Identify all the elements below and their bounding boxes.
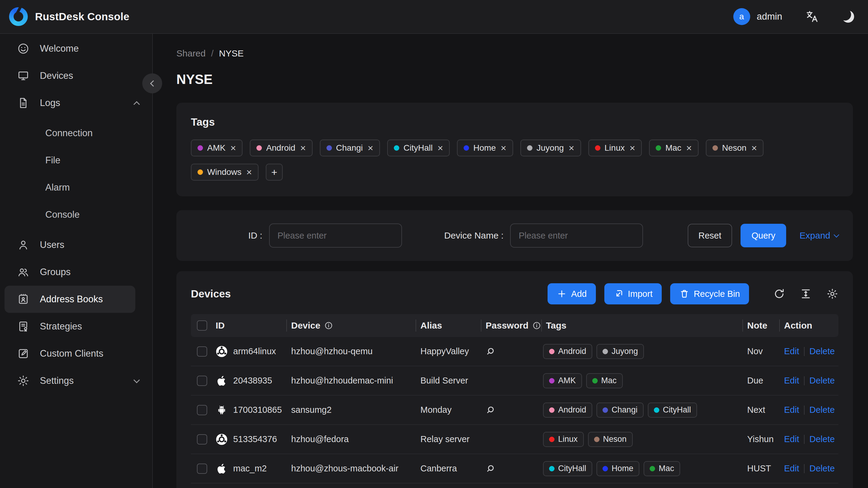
device-alias: Canberra	[415, 463, 481, 474]
delete-link[interactable]: Delete	[809, 434, 835, 444]
remove-tag-icon[interactable]: ×	[686, 143, 692, 153]
sidebar-collapse-button[interactable]	[142, 73, 162, 93]
tag-chip-juyong[interactable]: Juyong ×	[520, 140, 581, 156]
chevron-down-icon	[834, 232, 839, 237]
apple-os-icon	[216, 375, 228, 387]
select-all-checkbox[interactable]	[197, 321, 207, 331]
remove-tag-icon[interactable]: ×	[230, 143, 236, 153]
info-icon[interactable]	[324, 321, 333, 330]
remove-tag-icon[interactable]: ×	[751, 143, 757, 153]
tag-color-dot	[712, 145, 718, 151]
row-checkbox[interactable]	[197, 434, 207, 445]
sidebar-item-logs[interactable]: Logs	[0, 89, 152, 117]
sidebar-item-groups[interactable]: Groups	[0, 258, 152, 286]
reset-button[interactable]: Reset	[688, 224, 733, 247]
rustdesk-console-app: RustDesk Console a admin	[0, 0, 868, 488]
gear-icon	[17, 374, 30, 387]
user-name[interactable]: admin	[757, 11, 782, 22]
tag-chip-windows[interactable]: Windows ×	[191, 164, 258, 181]
table-row: arm64linux hzhou@hzhou-qemu HappyValley …	[191, 337, 838, 366]
sidebar-item-label: Address Books	[40, 294, 103, 305]
tag-chip-neson[interactable]: Neson ×	[706, 140, 764, 156]
view-password-icon[interactable]	[486, 346, 497, 357]
view-password-icon[interactable]	[486, 405, 497, 416]
row-tag-chip: Mac	[644, 461, 680, 476]
sidebar-item-file[interactable]: File	[0, 147, 152, 174]
table-row: 1700310865 sansumg2 Monday Android	[191, 396, 838, 425]
tag-color-dot	[656, 145, 661, 151]
edit-link[interactable]: Edit	[784, 463, 799, 474]
language-translate-icon[interactable]	[805, 10, 819, 24]
linux-os-icon	[216, 345, 228, 358]
remove-tag-icon[interactable]: ×	[569, 143, 575, 153]
device-name: hzhou@zhous-macbook-air	[286, 463, 415, 474]
row-height-icon[interactable]	[800, 288, 812, 300]
row-checkbox[interactable]	[197, 346, 207, 357]
sidebar-item-address-books[interactable]: Address Books	[4, 286, 135, 313]
breadcrumb-parent[interactable]: Shared	[176, 48, 206, 59]
delete-link[interactable]: Delete	[809, 376, 835, 386]
remove-tag-icon[interactable]: ×	[246, 167, 252, 177]
device-note: Nov	[742, 346, 779, 356]
row-checkbox[interactable]	[197, 376, 207, 386]
tag-chip-amk[interactable]: AMK ×	[191, 140, 243, 156]
device-note: Next	[742, 405, 779, 415]
row-tag-chip: Neson	[588, 432, 633, 447]
edit-link[interactable]: Edit	[784, 405, 799, 415]
delete-link[interactable]: Delete	[809, 346, 835, 356]
remove-tag-icon[interactable]: ×	[368, 143, 373, 153]
add-tag-button[interactable]: +	[266, 164, 283, 181]
import-button[interactable]: Import	[604, 283, 662, 304]
breadcrumb-current: NYSE	[219, 48, 244, 59]
row-checkbox[interactable]	[197, 405, 207, 415]
sidebar-item-connection[interactable]: Connection	[0, 120, 152, 147]
sidebar-item-label: Welcome	[40, 43, 79, 54]
tag-color-dot	[464, 145, 469, 151]
sidebar-item-alarm[interactable]: Alarm	[0, 174, 152, 201]
main-content: Shared / NYSE NYSE Tags AMK × Android ×	[153, 34, 868, 488]
sidebar-item-custom-clients[interactable]: Custom Clients	[0, 340, 152, 367]
device-alias: Relay server	[415, 434, 481, 444]
device-name-filter-input[interactable]	[510, 223, 643, 248]
expand-link[interactable]: Expand	[800, 231, 838, 241]
sidebar-item-settings[interactable]: Settings	[0, 367, 152, 394]
tag-chip-linux[interactable]: Linux ×	[588, 140, 642, 156]
remove-tag-icon[interactable]: ×	[629, 143, 635, 153]
table-settings-gear-icon[interactable]	[826, 288, 838, 300]
tag-chip-changi[interactable]: Changi ×	[320, 140, 380, 156]
recycle-bin-button[interactable]: Recycle Bin	[670, 283, 749, 304]
sidebar-item-users[interactable]: Users	[0, 231, 152, 258]
remove-tag-icon[interactable]: ×	[300, 143, 306, 153]
row-checkbox[interactable]	[197, 463, 207, 474]
tag-chip-mac[interactable]: Mac ×	[649, 140, 699, 156]
tag-chip-android[interactable]: Android ×	[250, 140, 312, 156]
remove-tag-icon[interactable]: ×	[501, 143, 506, 153]
row-tag-chip: AMK	[543, 373, 582, 388]
tag-chip-home[interactable]: Home ×	[457, 140, 513, 156]
delete-link[interactable]: Delete	[809, 463, 835, 474]
sidebar-item-strategies[interactable]: Strategies	[0, 313, 152, 340]
dark-mode-moon-icon[interactable]	[842, 10, 854, 23]
col-header-device: Device	[291, 321, 320, 331]
sidebar-item-welcome[interactable]: Welcome	[0, 35, 152, 62]
sidebar-item-devices[interactable]: Devices	[0, 62, 152, 89]
query-button[interactable]: Query	[741, 224, 786, 247]
rustdesk-logo-icon	[9, 7, 28, 26]
col-header-alias: Alias	[421, 321, 442, 331]
user-avatar[interactable]: a	[733, 8, 750, 25]
id-filter-input[interactable]	[269, 223, 402, 248]
add-device-button[interactable]: Add	[548, 283, 596, 304]
tag-chip-cityhall[interactable]: CityHall ×	[387, 140, 450, 156]
row-tag-chip: Home	[596, 461, 639, 476]
delete-link[interactable]: Delete	[809, 405, 835, 415]
tags-card-title: Tags	[191, 116, 838, 128]
sidebar-item-console[interactable]: Console	[0, 201, 152, 228]
remove-tag-icon[interactable]: ×	[437, 143, 443, 153]
row-tag-chip: Android	[543, 344, 592, 359]
edit-link[interactable]: Edit	[784, 346, 799, 356]
info-icon[interactable]	[532, 321, 541, 330]
refresh-icon[interactable]	[773, 288, 785, 300]
view-password-icon[interactable]	[486, 463, 497, 474]
edit-link[interactable]: Edit	[784, 434, 799, 444]
edit-link[interactable]: Edit	[784, 376, 799, 386]
